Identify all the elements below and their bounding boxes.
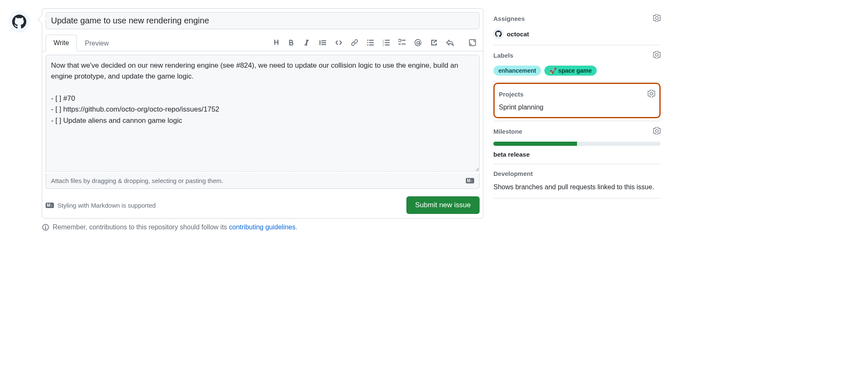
assignee-avatar bbox=[493, 29, 503, 39]
svg-point-2 bbox=[367, 44, 368, 46]
milestone-progress-bar bbox=[493, 142, 661, 146]
attach-hint-text: Attach files by dragging & dropping, sel… bbox=[51, 177, 223, 184]
issue-title-input[interactable] bbox=[46, 12, 480, 29]
development-header: Development bbox=[493, 170, 533, 177]
attach-files-hint[interactable]: Attach files by dragging & dropping, sel… bbox=[46, 173, 480, 189]
quote-icon[interactable] bbox=[319, 39, 327, 46]
issue-body-textarea[interactable] bbox=[46, 55, 480, 172]
label-pill[interactable]: enhancement bbox=[493, 66, 541, 76]
markdown-hint-text: Styling with Markdown is supported bbox=[57, 202, 156, 209]
markdown-toolbar: H 123 bbox=[274, 38, 480, 47]
tasklist-icon[interactable] bbox=[398, 39, 406, 46]
svg-point-1 bbox=[367, 42, 368, 43]
svg-rect-7 bbox=[470, 40, 476, 46]
markdown-supported-hint[interactable]: M↓ Styling with Markdown is supported bbox=[46, 202, 156, 209]
sidebar-development: Development Shows branches and pull requ… bbox=[493, 164, 661, 198]
cross-reference-icon[interactable] bbox=[430, 39, 438, 46]
markdown-badge-icon[interactable]: M↓ bbox=[466, 178, 474, 183]
assignees-header: Assignees bbox=[493, 15, 525, 22]
bold-icon[interactable] bbox=[287, 39, 295, 46]
guidelines-prefix: Remember, contributions to this reposito… bbox=[53, 224, 229, 231]
reply-icon[interactable] bbox=[446, 39, 454, 46]
gear-icon[interactable] bbox=[653, 127, 661, 136]
labels-header: Labels bbox=[493, 52, 513, 59]
projects-header: Projects bbox=[499, 91, 523, 98]
gear-icon[interactable] bbox=[653, 14, 661, 23]
author-avatar bbox=[8, 11, 30, 33]
octocat-icon bbox=[12, 15, 26, 29]
svg-text:3: 3 bbox=[383, 44, 384, 46]
label-pill[interactable]: 🚀 space game bbox=[544, 66, 597, 76]
svg-point-0 bbox=[367, 40, 368, 41]
fullscreen-icon[interactable] bbox=[469, 39, 476, 46]
development-description: Shows branches and pull requests linked … bbox=[493, 182, 661, 192]
svg-rect-6 bbox=[398, 39, 401, 42]
sidebar-projects: Projects Sprint planning bbox=[493, 83, 661, 118]
code-icon[interactable] bbox=[335, 39, 342, 46]
heading-icon[interactable]: H bbox=[274, 38, 279, 47]
gear-icon[interactable] bbox=[653, 51, 661, 60]
tab-write[interactable]: Write bbox=[46, 35, 77, 51]
assignee-username: octocat bbox=[507, 30, 529, 38]
new-issue-form: Write Preview H 123 bbox=[42, 8, 483, 218]
ordered-list-icon[interactable]: 123 bbox=[383, 39, 390, 46]
sidebar-assignees: Assignees octocat bbox=[493, 8, 661, 45]
submit-issue-button[interactable]: Submit new issue bbox=[406, 196, 480, 214]
sidebar-labels: Labels enhancement🚀 space game bbox=[493, 45, 661, 82]
contributing-guidelines-note: Remember, contributions to this reposito… bbox=[42, 224, 483, 231]
link-icon[interactable] bbox=[351, 39, 358, 46]
mention-icon[interactable] bbox=[414, 39, 422, 46]
guidelines-suffix: . bbox=[296, 224, 297, 231]
milestone-header: Milestone bbox=[493, 128, 522, 135]
milestone-name[interactable]: beta release bbox=[493, 151, 661, 158]
markdown-badge-icon: M↓ bbox=[46, 203, 54, 208]
tab-preview[interactable]: Preview bbox=[77, 35, 117, 51]
unordered-list-icon[interactable] bbox=[367, 39, 374, 46]
assignee-item[interactable]: octocat bbox=[493, 29, 661, 39]
italic-icon[interactable] bbox=[303, 39, 311, 46]
sidebar-milestone: Milestone beta release bbox=[493, 121, 661, 164]
gear-icon[interactable] bbox=[648, 90, 655, 99]
contributing-guidelines-link[interactable]: contributing guidelines bbox=[229, 224, 296, 231]
info-icon bbox=[42, 224, 49, 231]
project-value[interactable]: Sprint planning bbox=[499, 104, 655, 111]
